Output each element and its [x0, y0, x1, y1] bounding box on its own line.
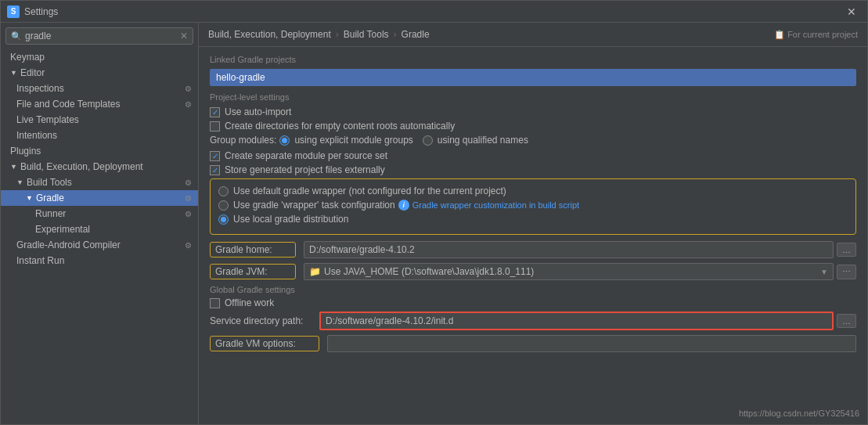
checkbox-row-store-generated[interactable]: Store generated project files externally	[210, 164, 856, 175]
sidebar-item-keymap[interactable]: Keymap	[1, 49, 198, 65]
create-dirs-label: Create directories for empty content roo…	[225, 121, 455, 131]
breadcrumb-current: Gradle	[402, 29, 430, 40]
gradle-jvm-label: Gradle JVM:	[210, 264, 296, 279]
settings-icon: ⚙	[185, 85, 192, 93]
gradle-home-input[interactable]	[304, 241, 834, 258]
gradle-vm-options-label: Gradle VM options:	[210, 336, 319, 351]
radio-local-dist[interactable]	[218, 214, 229, 225]
radio-explicit-label: using explicit module groups	[294, 135, 412, 146]
default-wrapper-label: Use default gradle wrapper (not configur…	[233, 185, 506, 196]
content-body: Linked Gradle projects hello-gradle Proj…	[199, 47, 867, 424]
wrapper-task-label: Use gradle 'wrapper' task configuration	[233, 200, 395, 211]
group-modules-label: Group modules:	[210, 135, 276, 146]
radio-explicit[interactable]: using explicit module groups	[279, 135, 412, 146]
vm-options-input[interactable]	[327, 335, 856, 352]
collapse-icon: ▼	[10, 69, 17, 77]
sidebar-item-label: Build, Execution, Deployment	[20, 161, 192, 172]
checkbox-row-auto-import[interactable]: Use auto-import	[210, 106, 856, 117]
sidebar-item-build-exec-deploy[interactable]: ▼ Build, Execution, Deployment	[1, 159, 198, 175]
gradle-jvm-row: Gradle JVM: 📁 Use JAVA_HOME (D:\software…	[210, 263, 856, 280]
sidebar-item-label: Live Templates	[16, 114, 192, 125]
sidebar-item-build-tools[interactable]: ▼ Build Tools ⚙	[1, 175, 198, 190]
global-gradle-label: Global Gradle settings	[210, 285, 856, 294]
checkbox-offline[interactable]	[210, 298, 220, 308]
offline-label: Offline work	[225, 297, 274, 308]
sidebar-item-label: Plugins	[10, 146, 192, 157]
collapse-icon: ▼	[26, 194, 33, 202]
breadcrumb: Build, Execution, Deployment › Build Too…	[199, 23, 867, 47]
radio-qualified-btn[interactable]	[423, 135, 433, 146]
folder-icon: 📁	[309, 266, 321, 277]
group-modules-row: Group modules: using explicit module gro…	[210, 135, 856, 146]
checkbox-row-offline[interactable]: Offline work	[210, 297, 856, 308]
jvm-value-text: Use JAVA_HOME (D:\software\Java\jdk1.8.0…	[324, 266, 534, 277]
sidebar-item-label: Gradle	[36, 193, 185, 203]
local-dist-label: Use local gradle distribution	[233, 214, 348, 225]
sidebar-item-label: Inspections	[16, 83, 185, 94]
radio-row-wrapper-task[interactable]: Use gradle 'wrapper' task configuration …	[218, 200, 848, 211]
settings-icon: ⚙	[185, 210, 192, 218]
jvm-extra-button[interactable]: ⋯	[837, 265, 856, 279]
search-icon: 🔍	[11, 31, 22, 41]
sidebar-item-gradle[interactable]: ▼ Gradle ⚙	[1, 190, 198, 206]
separate-module-label: Create separate module per source set	[225, 150, 387, 161]
search-clear-button[interactable]: ✕	[180, 31, 188, 41]
sidebar-item-label: Experimental	[35, 224, 192, 235]
settings-window: S Settings ✕ 🔍 ✕ Keymap ▼ Editor Inspect…	[0, 0, 868, 425]
auto-import-label: Use auto-import	[225, 106, 291, 117]
sidebar-item-file-code-templates[interactable]: File and Code Templates ⚙	[1, 96, 198, 112]
sidebar-item-runner[interactable]: Runner ⚙	[1, 206, 198, 222]
sidebar-item-label: Intentions	[16, 130, 192, 141]
wrapper-note: Gradle wrapper customization in build sc…	[412, 200, 579, 210]
sidebar-item-label: Editor	[20, 67, 192, 78]
sidebar-item-plugins[interactable]: Plugins	[1, 143, 198, 159]
linked-projects-label: Linked Gradle projects	[210, 55, 856, 64]
search-box[interactable]: 🔍 ✕	[5, 27, 193, 45]
close-button[interactable]: ✕	[842, 4, 861, 20]
checkbox-row-separate-module[interactable]: Create separate module per source set	[210, 150, 856, 161]
radio-row-default-wrapper[interactable]: Use default gradle wrapper (not configur…	[218, 185, 848, 196]
breadcrumb-part-1[interactable]: Build, Execution, Deployment	[208, 29, 331, 40]
sidebar-item-experimental[interactable]: Experimental	[1, 222, 198, 237]
checkbox-separate-module[interactable]	[210, 151, 220, 161]
vm-options-row: Gradle VM options:	[210, 335, 856, 352]
jvm-select-left: 📁 Use JAVA_HOME (D:\software\Java\jdk1.8…	[309, 266, 534, 277]
checkbox-store-generated[interactable]	[210, 165, 220, 175]
radio-qualified[interactable]: using qualified names	[423, 135, 528, 146]
settings-icon: ⚙	[185, 194, 192, 203]
sidebar-item-label: Build Tools	[27, 177, 185, 188]
project-icon: 📋	[774, 30, 785, 39]
gradle-home-row: Gradle home: …	[210, 241, 856, 258]
radio-explicit-btn[interactable]	[279, 135, 290, 146]
app-icon: S	[7, 5, 20, 18]
content-area: Build, Execution, Deployment › Build Too…	[199, 23, 867, 424]
for-project-label: 📋 For current project	[774, 30, 858, 40]
checkbox-auto-import[interactable]	[210, 107, 220, 117]
checkbox-create-dirs[interactable]	[210, 121, 220, 131]
sidebar-item-instant-run[interactable]: Instant Run	[1, 253, 198, 268]
gradle-home-browse-button[interactable]: …	[837, 243, 856, 257]
watermark: https://blog.csdn.net/GY325416	[739, 409, 859, 418]
radio-default-wrapper[interactable]	[218, 186, 229, 196]
radio-row-local-dist[interactable]: Use local gradle distribution	[218, 214, 848, 225]
sidebar-item-label: Gradle-Android Compiler	[16, 240, 185, 250]
sidebar-item-intentions[interactable]: Intentions	[1, 128, 198, 143]
breadcrumb-part-2[interactable]: Build Tools	[344, 29, 389, 40]
sidebar-item-inspections[interactable]: Inspections ⚙	[1, 81, 198, 96]
radio-wrapper-task[interactable]	[218, 200, 229, 211]
sidebar-item-editor[interactable]: ▼ Editor	[1, 65, 198, 81]
checkbox-row-create-dirs[interactable]: Create directories for empty content roo…	[210, 121, 856, 131]
sidebar-item-live-templates[interactable]: Live Templates	[1, 112, 198, 128]
service-dir-input[interactable]	[319, 312, 834, 330]
settings-icon: ⚙	[185, 100, 192, 109]
settings-icon: ⚙	[185, 241, 192, 250]
linked-project-item[interactable]: hello-gradle	[210, 69, 856, 86]
sidebar-item-gradle-android-compiler[interactable]: Gradle-Android Compiler ⚙	[1, 237, 198, 253]
gradle-distribution-section: Use default gradle wrapper (not configur…	[210, 178, 856, 235]
service-dir-browse-button[interactable]: …	[837, 314, 856, 328]
title-bar: S Settings ✕	[1, 1, 867, 23]
search-input[interactable]	[25, 31, 180, 41]
chevron-down-icon: ▼	[820, 268, 828, 276]
gradle-jvm-select[interactable]: 📁 Use JAVA_HOME (D:\software\Java\jdk1.8…	[304, 263, 834, 280]
info-icon: i	[398, 200, 409, 211]
